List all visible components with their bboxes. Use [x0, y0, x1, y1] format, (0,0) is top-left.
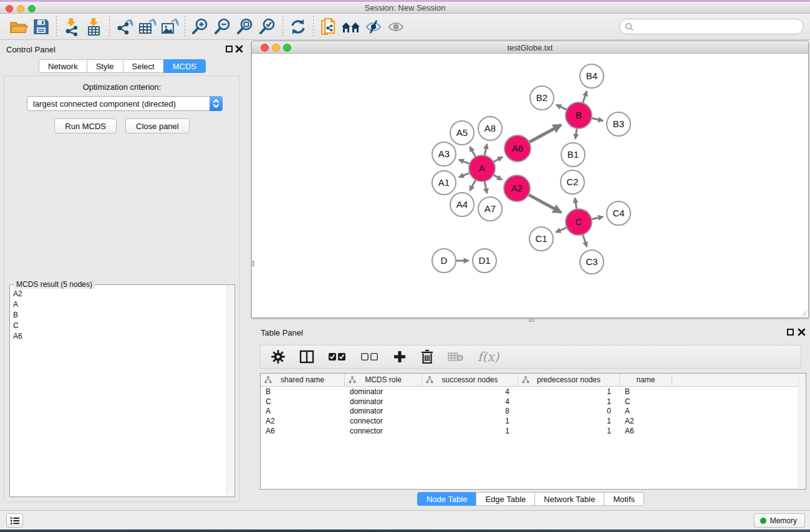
table-cell[interactable]: dominator [345, 387, 422, 397]
delete-column-button[interactable] [420, 349, 434, 364]
graph-edge-A-A7[interactable] [485, 180, 487, 193]
import-network-button[interactable] [60, 16, 83, 37]
result-item[interactable]: B [11, 310, 226, 321]
export-image-button[interactable] [158, 16, 181, 37]
home-button[interactable] [340, 16, 362, 37]
float-panel-icon[interactable] [226, 46, 233, 52]
network-graph[interactable]: B4B2BB3A5A8A6A3B1AA1C2A2A4A7C4CC1DD1C3 [253, 54, 808, 317]
tab-network-table[interactable]: Network Table [534, 492, 604, 506]
table-cell[interactable]: 1 [518, 426, 620, 436]
resize-grip-icon[interactable] [800, 309, 808, 317]
graph-edge-A-A4[interactable] [470, 179, 476, 191]
table-cell[interactable]: A6 [261, 426, 345, 436]
criterion-dropdown[interactable]: largest connected component (directed) [27, 96, 223, 111]
table-cell[interactable]: connector [345, 426, 422, 436]
result-item[interactable]: A2 [11, 289, 226, 299]
run-mcds-button[interactable]: Run MCDS [54, 118, 117, 133]
search-field[interactable] [619, 19, 804, 34]
table-row[interactable]: Cdominator41C [261, 397, 806, 407]
save-session-button[interactable] [30, 16, 52, 37]
result-item[interactable]: A6 [11, 331, 226, 342]
graph-edge-A-A8[interactable] [485, 144, 487, 157]
close-panel-button[interactable]: Close panel [125, 118, 190, 133]
table-cell[interactable]: 1 [518, 416, 620, 426]
table-row[interactable]: A2connector11A2 [261, 416, 806, 426]
table-cell[interactable]: 1 [422, 426, 518, 436]
tab-style[interactable]: Style [87, 59, 123, 73]
table-cell[interactable]: A2 [261, 416, 345, 426]
tab-motifs[interactable]: Motifs [604, 492, 644, 506]
tab-mcds[interactable]: MCDS [163, 59, 206, 73]
deselect-all-checkboxes-button[interactable] [360, 352, 379, 362]
result-item[interactable]: C [11, 321, 226, 331]
table-cell[interactable]: 1 [518, 397, 620, 407]
zoom-selected-button[interactable] [256, 16, 279, 37]
mcds-result-list[interactable]: A2ABCA6 [11, 289, 226, 496]
table-row[interactable]: Adominator80A [261, 406, 806, 416]
table-cell[interactable]: A2 [620, 416, 672, 426]
tab-node-table[interactable]: Node Table [417, 492, 476, 506]
function-builder-button[interactable]: f(x) [478, 349, 499, 364]
result-item[interactable]: A [11, 299, 226, 310]
refresh-button[interactable] [287, 16, 309, 37]
table-cell[interactable]: A6 [620, 426, 672, 436]
table-cell[interactable]: 1 [422, 416, 518, 426]
graph-edge-A-A5[interactable] [470, 147, 476, 158]
table-cell[interactable]: 4 [422, 397, 518, 407]
canvas-vertical-thumb[interactable] [251, 261, 254, 266]
graph-edge-C-C2[interactable] [575, 198, 577, 210]
table-cell[interactable]: connector [345, 416, 422, 426]
table-cell[interactable]: B [620, 387, 672, 397]
export-table-button[interactable] [136, 16, 158, 37]
table-row[interactable]: A6connector11A6 [261, 426, 806, 436]
graph-edge-A-A3[interactable] [459, 160, 471, 164]
network-window-titlebar[interactable]: testGlobe.txt [252, 41, 808, 54]
table-cell[interactable]: C [261, 397, 345, 407]
table-cell[interactable]: 1 [518, 387, 620, 397]
memory-button[interactable]: Memory [754, 513, 805, 528]
graph-edge-A6-B[interactable] [528, 125, 561, 143]
table-cell[interactable]: B [261, 387, 345, 397]
table-options-button[interactable] [271, 349, 286, 364]
delete-table-button[interactable] [448, 351, 464, 363]
table-row[interactable]: Bdominator41B [261, 387, 806, 397]
table-cell[interactable]: dominator [345, 406, 422, 416]
zoom-out-button[interactable] [211, 16, 234, 37]
graph-edge-C-C3[interactable] [582, 233, 587, 247]
close-panel-icon[interactable] [235, 45, 243, 53]
graph-edge-A2-C[interactable] [528, 194, 561, 213]
graph-edge-C-C1[interactable] [556, 227, 567, 233]
graph-edge-B-B2[interactable] [556, 105, 568, 110]
table-cell[interactable]: 0 [518, 406, 620, 416]
table-cell[interactable]: C [620, 397, 672, 407]
column-header-successor-nodes[interactable]: successor nodes [422, 374, 518, 386]
graph-edge-B-B4[interactable] [582, 91, 587, 104]
add-column-button[interactable] [393, 350, 407, 364]
float-panel-icon[interactable] [787, 329, 794, 336]
toggle-columns-button[interactable] [299, 349, 314, 364]
network-canvas[interactable]: B4B2BB3A5A8A6A3B1AA1C2A2A4A7C4CC1DD1C3 [253, 54, 808, 317]
column-header-name[interactable]: name [620, 374, 672, 386]
open-session-button[interactable] [7, 16, 30, 37]
column-header-shared-name[interactable]: shared name [261, 374, 345, 386]
table-cell[interactable]: A [261, 406, 345, 416]
node-table[interactable]: shared name MCDS role successor nodes pr… [260, 373, 806, 490]
table-cell[interactable]: A [620, 406, 672, 416]
column-header-predecessor-nodes[interactable]: predecessor nodes [518, 374, 620, 386]
import-table-button[interactable] [83, 16, 105, 37]
show-task-history-button[interactable] [6, 513, 23, 528]
result-scrollbar[interactable] [226, 286, 234, 496]
hide-panels-button[interactable] [362, 16, 385, 37]
graph-edge-C-C4[interactable] [591, 216, 603, 219]
zoom-fit-button[interactable] [234, 16, 256, 37]
table-cell[interactable]: dominator [345, 397, 422, 407]
export-network-button[interactable] [113, 16, 136, 37]
column-header-MCDS-role[interactable]: MCDS role [345, 374, 422, 386]
table-scrollbar[interactable] [798, 374, 805, 488]
new-network-from-selection-button[interactable] [317, 16, 340, 37]
tab-edge-table[interactable]: Edge Table [476, 492, 534, 506]
table-cell[interactable]: 8 [422, 406, 518, 416]
select-all-checkboxes-button[interactable] [328, 352, 347, 362]
canvas-horizontal-thumb[interactable] [529, 319, 534, 322]
graph-edge-A-A1[interactable] [459, 173, 471, 177]
